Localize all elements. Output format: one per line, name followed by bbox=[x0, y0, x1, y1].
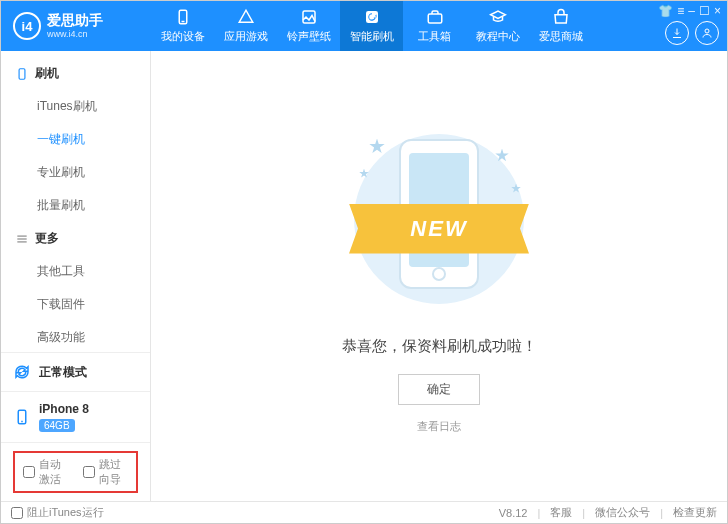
device-icon bbox=[15, 67, 29, 81]
device-name: iPhone 8 bbox=[39, 402, 89, 416]
device-block[interactable]: iPhone 8 64GB bbox=[1, 391, 150, 442]
tab-my-device[interactable]: 我的设备 bbox=[151, 1, 214, 51]
phone-small-icon bbox=[13, 408, 31, 426]
tab-label: 应用游戏 bbox=[224, 29, 268, 44]
tab-tutorials[interactable]: 教程中心 bbox=[466, 1, 529, 51]
tab-tools[interactable]: 工具箱 bbox=[403, 1, 466, 51]
checkbox-label: 跳过向导 bbox=[99, 457, 129, 487]
svg-rect-4 bbox=[428, 14, 442, 23]
tab-label: 工具箱 bbox=[418, 29, 451, 44]
sidebar-item-download-firmware[interactable]: 下载固件 bbox=[1, 288, 150, 321]
refresh-icon bbox=[363, 8, 381, 26]
checkbox-input[interactable] bbox=[11, 507, 23, 519]
sidebar-group-more[interactable]: 更多 bbox=[1, 222, 150, 255]
user-button[interactable] bbox=[695, 21, 719, 45]
graduation-icon bbox=[489, 8, 507, 26]
mode-block[interactable]: 正常模式 bbox=[1, 352, 150, 391]
header-right bbox=[665, 1, 719, 51]
toolbox-icon bbox=[426, 8, 444, 26]
top-tabs: 我的设备 应用游戏 铃声壁纸 智能刷机 工具箱 教程中心 爱思商城 bbox=[151, 1, 592, 51]
tab-label: 智能刷机 bbox=[350, 29, 394, 44]
group-title-text: 刷机 bbox=[35, 65, 59, 82]
download-icon bbox=[671, 27, 683, 39]
tab-flash[interactable]: 智能刷机 bbox=[340, 1, 403, 51]
logo-area: i4 爱思助手 www.i4.cn bbox=[1, 12, 151, 40]
tab-label: 爱思商城 bbox=[539, 29, 583, 44]
checkbox-auto-activate[interactable]: 自动激活 bbox=[23, 457, 69, 487]
logo-icon: i4 bbox=[13, 12, 41, 40]
app-title: 爱思助手 bbox=[47, 12, 103, 29]
sidebar-item-itunes-flash[interactable]: iTunes刷机 bbox=[1, 90, 150, 123]
sidebar-item-advanced[interactable]: 高级功能 bbox=[1, 321, 150, 352]
group-title-text: 更多 bbox=[35, 230, 59, 247]
sidebar-item-other-tools[interactable]: 其他工具 bbox=[1, 255, 150, 288]
sidebar: 刷机 iTunes刷机 一键刷机 专业刷机 批量刷机 更多 其他工具 下载固件 … bbox=[1, 51, 151, 501]
checkbox-label: 自动激活 bbox=[39, 457, 69, 487]
ok-button[interactable]: 确定 bbox=[398, 374, 480, 405]
menu-lines-icon bbox=[15, 232, 29, 246]
shop-icon bbox=[552, 8, 570, 26]
sidebar-item-batch-flash[interactable]: 批量刷机 bbox=[1, 189, 150, 222]
new-ribbon: NEW bbox=[349, 204, 529, 254]
svg-rect-6 bbox=[19, 68, 25, 79]
main-area: 刷机 iTunes刷机 一键刷机 专业刷机 批量刷机 更多 其他工具 下载固件 … bbox=[1, 51, 727, 501]
sync-icon bbox=[13, 363, 31, 381]
tab-store[interactable]: 爱思商城 bbox=[529, 1, 592, 51]
app-url: www.i4.cn bbox=[47, 29, 103, 40]
app-header: i4 爱思助手 www.i4.cn 我的设备 应用游戏 铃声壁纸 智能刷机 工具… bbox=[1, 1, 727, 51]
sidebar-item-pro-flash[interactable]: 专业刷机 bbox=[1, 156, 150, 189]
checkbox-input[interactable] bbox=[23, 466, 35, 478]
content-area: NEW 恭喜您，保资料刷机成功啦！ 确定 查看日志 bbox=[151, 51, 727, 501]
download-button[interactable] bbox=[665, 21, 689, 45]
checkbox-block-itunes[interactable]: 阻止iTunes运行 bbox=[11, 505, 104, 520]
wechat-link[interactable]: 微信公众号 bbox=[595, 505, 650, 520]
options-row: 自动激活 跳过向导 bbox=[1, 442, 150, 501]
update-link[interactable]: 检查更新 bbox=[673, 505, 717, 520]
tab-apps[interactable]: 应用游戏 bbox=[214, 1, 277, 51]
version-label: V8.12 bbox=[499, 507, 528, 519]
sidebar-group-flash[interactable]: 刷机 bbox=[1, 57, 150, 90]
svg-point-5 bbox=[705, 29, 709, 33]
device-storage-badge: 64GB bbox=[39, 419, 75, 432]
support-link[interactable]: 客服 bbox=[550, 505, 572, 520]
tab-label: 教程中心 bbox=[476, 29, 520, 44]
success-illustration: NEW bbox=[339, 119, 539, 319]
image-icon bbox=[300, 8, 318, 26]
footer: 阻止iTunes运行 V8.12 | 客服 | 微信公众号 | 检查更新 bbox=[1, 501, 727, 523]
success-message: 恭喜您，保资料刷机成功啦！ bbox=[342, 337, 537, 356]
tab-label: 铃声壁纸 bbox=[287, 29, 331, 44]
tab-ringtones[interactable]: 铃声壁纸 bbox=[277, 1, 340, 51]
apps-icon bbox=[237, 8, 255, 26]
user-icon bbox=[701, 27, 713, 39]
checkbox-skip-setup[interactable]: 跳过向导 bbox=[83, 457, 129, 487]
phone-icon bbox=[174, 8, 192, 26]
footer-right: V8.12 | 客服 | 微信公众号 | 检查更新 bbox=[499, 505, 717, 520]
highlight-box: 自动激活 跳过向导 bbox=[13, 451, 138, 493]
sidebar-item-one-click-flash[interactable]: 一键刷机 bbox=[1, 123, 150, 156]
tab-label: 我的设备 bbox=[161, 29, 205, 44]
mode-label: 正常模式 bbox=[39, 364, 87, 381]
checkbox-label: 阻止iTunes运行 bbox=[27, 505, 104, 520]
checkbox-input[interactable] bbox=[83, 466, 95, 478]
view-log-link[interactable]: 查看日志 bbox=[417, 419, 461, 434]
